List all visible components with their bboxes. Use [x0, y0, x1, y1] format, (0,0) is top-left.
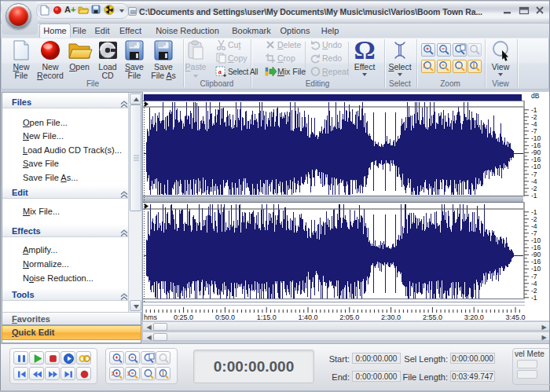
svg-text:-1: -1 — [531, 192, 537, 200]
svg-text:3:20.0: 3:20.0 — [464, 313, 484, 321]
svg-text:2:55.0: 2:55.0 — [423, 313, 442, 321]
svg-text:1: 1 — [126, 370, 130, 377]
svg-text:-7: -7 — [531, 229, 537, 237]
svg-text:-10: -10 — [531, 265, 541, 273]
svg-text:1: 1 — [111, 370, 115, 377]
svg-text:1:40.0: 1:40.0 — [298, 313, 317, 321]
svg-text:dB: dB — [531, 92, 540, 100]
svg-text:1:15.0: 1:15.0 — [257, 313, 277, 321]
svg-text:-1: -1 — [531, 294, 537, 302]
svg-text:-10: -10 — [531, 163, 541, 170]
svg-text:hms: hms — [144, 313, 158, 321]
svg-text:0:25.0: 0:25.0 — [174, 313, 193, 321]
svg-text:3:45.0: 3:45.0 — [505, 313, 525, 321]
svg-text:0:50.0: 0:50.0 — [215, 313, 235, 321]
svg-text:-7: -7 — [531, 127, 537, 135]
svg-text:2:05.0: 2:05.0 — [339, 313, 359, 321]
svg-text:2:30.0: 2:30.0 — [381, 313, 401, 321]
